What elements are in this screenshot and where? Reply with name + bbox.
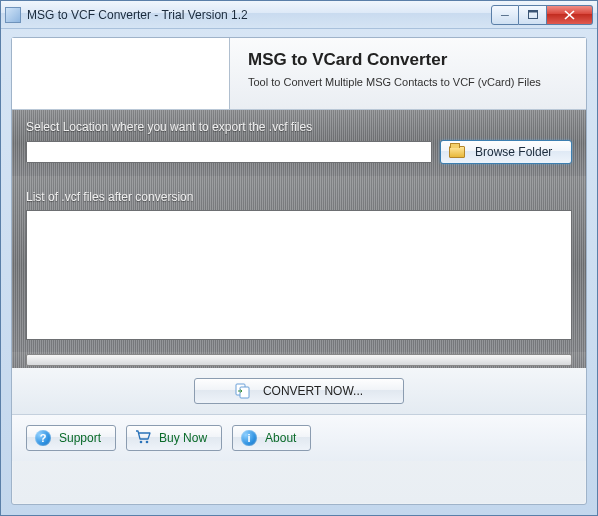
support-button[interactable]: ? Support xyxy=(26,425,116,451)
browse-folder-button[interactable]: Browse Folder xyxy=(440,140,572,164)
app-subtitle: Tool to Convert Multiple MSG Contacts to… xyxy=(248,76,572,88)
info-icon: i xyxy=(241,430,257,446)
folder-icon xyxy=(449,146,465,158)
maximize-button[interactable] xyxy=(519,5,547,25)
support-label: Support xyxy=(59,431,101,445)
about-label: About xyxy=(265,431,296,445)
app-title: MSG to VCard Converter xyxy=(248,50,572,70)
client-area: MSG to VCard Converter Tool to Convert M… xyxy=(11,37,587,505)
progress-bar xyxy=(26,354,572,366)
window-controls: ─ xyxy=(491,5,593,25)
convert-now-label: CONVERT NOW... xyxy=(263,384,363,398)
progress-area xyxy=(12,352,586,368)
convert-now-button[interactable]: CONVERT NOW... xyxy=(194,378,404,404)
export-label: Select Location where you want to export… xyxy=(26,120,572,134)
buy-now-label: Buy Now xyxy=(159,431,207,445)
svg-point-7 xyxy=(146,440,149,443)
cart-icon xyxy=(135,430,151,447)
help-icon: ? xyxy=(35,430,51,446)
header-text: MSG to VCard Converter Tool to Convert M… xyxy=(230,38,586,109)
bottom-bar: ? Support Buy Now i About xyxy=(12,415,586,461)
convert-area: CONVERT NOW... xyxy=(12,368,586,415)
maximize-icon xyxy=(528,10,538,19)
app-icon xyxy=(5,7,21,23)
convert-icon xyxy=(235,383,251,399)
converted-files-list[interactable] xyxy=(26,210,572,340)
close-icon xyxy=(564,10,575,20)
close-button[interactable] xyxy=(547,5,593,25)
buy-now-button[interactable]: Buy Now xyxy=(126,425,222,451)
browse-folder-label: Browse Folder xyxy=(475,145,552,159)
list-panel: List of .vcf files after conversion xyxy=(12,176,586,352)
logo-box xyxy=(12,38,230,109)
minimize-button[interactable]: ─ xyxy=(491,5,519,25)
about-button[interactable]: i About xyxy=(232,425,311,451)
svg-rect-5 xyxy=(240,387,249,398)
export-path-input[interactable] xyxy=(26,141,432,163)
svg-point-6 xyxy=(140,440,143,443)
app-window: MSG to VCF Converter - Trial Version 1.2… xyxy=(0,0,598,516)
window-title: MSG to VCF Converter - Trial Version 1.2 xyxy=(27,8,491,22)
list-label: List of .vcf files after conversion xyxy=(26,190,572,204)
export-panel: Select Location where you want to export… xyxy=(12,110,586,176)
titlebar[interactable]: MSG to VCF Converter - Trial Version 1.2… xyxy=(1,1,597,29)
header: MSG to VCard Converter Tool to Convert M… xyxy=(12,38,586,110)
